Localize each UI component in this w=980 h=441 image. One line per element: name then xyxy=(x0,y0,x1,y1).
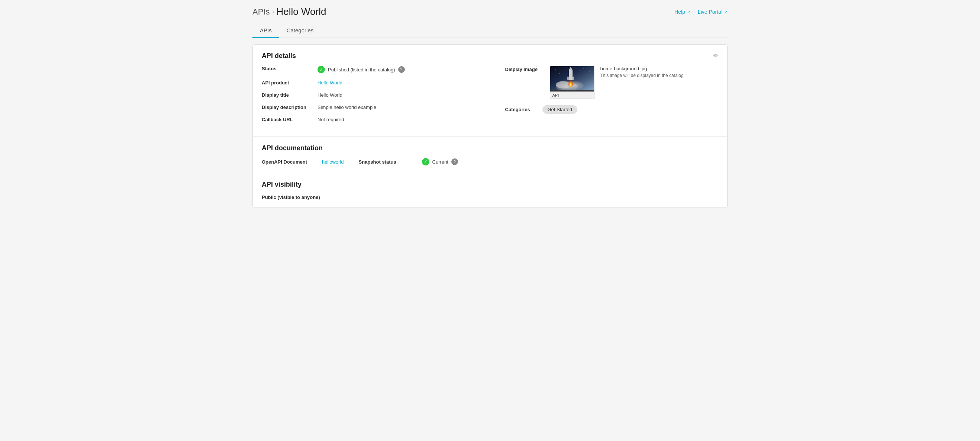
page-header: APIs › Hello World Help ↗ Live Portal ↗ xyxy=(253,6,727,18)
display-title-row: Display title Hello World xyxy=(262,92,475,98)
display-image-row: Display image xyxy=(505,66,719,99)
api-product-row: API product Hello World xyxy=(262,80,475,86)
breadcrumb-title: Hello World xyxy=(276,6,326,18)
snapshot-check-icon: ✓ xyxy=(422,158,430,166)
callback-url-value: Not required xyxy=(318,117,344,123)
status-value-row: ✓ Published (listed in the catalog) ? xyxy=(318,66,405,73)
callback-url-label: Callback URL xyxy=(262,117,318,123)
external-link-icon: ↗ xyxy=(687,9,690,14)
visibility-value: Public (visible to anyone) xyxy=(262,194,718,200)
openapi-value[interactable]: helloworld xyxy=(322,159,344,165)
rocket-image-svg xyxy=(550,66,595,90)
display-image-thumbnail: API xyxy=(550,66,595,99)
status-row: Status ✓ Published (listed in the catalo… xyxy=(262,66,475,73)
openapi-label: OpenAPI Document xyxy=(262,159,318,165)
categories-row: Categories Get Started xyxy=(505,105,719,114)
tab-categories[interactable]: Categories xyxy=(279,24,321,38)
callback-url-row: Callback URL Not required xyxy=(262,117,475,123)
header-links: Help ↗ Live Portal ↗ xyxy=(675,9,727,15)
image-section: API home-background.jpg This image will … xyxy=(550,66,684,99)
image-label-line xyxy=(552,99,592,99)
svg-point-9 xyxy=(555,69,556,70)
image-api-label: API xyxy=(552,93,559,97)
details-grid: Status ✓ Published (listed in the catalo… xyxy=(262,66,718,129)
status-value: Published (listed in the catalog) xyxy=(328,67,395,73)
display-title-value: Hello World xyxy=(318,92,342,98)
api-visibility-section: API visibility Public (visible to anyone… xyxy=(253,173,727,207)
doc-grid: OpenAPI Document helloworld Snapshot sta… xyxy=(262,158,718,166)
image-label-bar: API xyxy=(550,91,594,99)
details-left: Status ✓ Published (listed in the catalo… xyxy=(262,66,475,129)
breadcrumb: APIs › Hello World xyxy=(253,6,326,18)
api-visibility-title: API visibility xyxy=(262,181,718,188)
api-details-section: API details ✏ Status ✓ Published (listed… xyxy=(253,45,727,137)
breadcrumb-separator: › xyxy=(272,8,274,16)
snapshot-row: Snapshot status ✓ Current ? xyxy=(359,158,458,166)
display-title-label: Display title xyxy=(262,92,318,98)
snapshot-help-icon[interactable]: ? xyxy=(451,158,458,165)
api-product-value[interactable]: Hello World xyxy=(318,80,342,86)
image-filename: home-background.jpg xyxy=(600,66,684,72)
status-help-icon[interactable]: ? xyxy=(398,66,405,73)
snapshot-value: Current xyxy=(433,159,449,165)
status-label: Status xyxy=(262,66,318,72)
svg-point-12 xyxy=(559,73,560,74)
help-link[interactable]: Help ↗ xyxy=(675,9,690,15)
tab-apis[interactable]: APIs xyxy=(253,24,279,38)
svg-point-10 xyxy=(583,68,584,68)
details-right: Display image xyxy=(490,66,719,129)
image-description: This image will be displayed in the cata… xyxy=(600,73,684,78)
snapshot-label: Snapshot status xyxy=(359,159,415,165)
edit-icon[interactable]: ✏ xyxy=(713,52,718,59)
svg-point-11 xyxy=(589,72,590,72)
image-info: home-background.jpg This image will be d… xyxy=(600,66,684,78)
published-check-icon: ✓ xyxy=(318,66,325,73)
svg-rect-8 xyxy=(573,76,574,80)
svg-rect-7 xyxy=(567,76,569,80)
category-badge[interactable]: Get Started xyxy=(542,105,578,114)
live-portal-label: Live Portal xyxy=(698,9,722,15)
breadcrumb-apis[interactable]: APIs xyxy=(253,7,269,17)
display-description-label: Display description xyxy=(262,105,318,110)
api-product-label: API product xyxy=(262,80,318,86)
svg-rect-5 xyxy=(569,70,573,80)
main-card: API details ✏ Status ✓ Published (listed… xyxy=(253,44,727,208)
categories-label: Categories xyxy=(505,107,539,112)
svg-point-13 xyxy=(580,70,580,71)
api-documentation-title: API documentation xyxy=(262,144,718,152)
tabs-bar: APIs Categories xyxy=(253,24,727,38)
api-documentation-section: API documentation OpenAPI Document hello… xyxy=(253,137,727,173)
help-label: Help xyxy=(675,9,685,15)
external-link-icon-2: ↗ xyxy=(724,9,727,14)
display-description-row: Display description Simple hello world e… xyxy=(262,105,475,110)
live-portal-link[interactable]: Live Portal ↗ xyxy=(698,9,727,15)
display-image-label: Display image xyxy=(505,66,550,72)
api-details-title: API details xyxy=(262,52,296,60)
openapi-row: OpenAPI Document helloworld xyxy=(262,159,344,165)
display-description-value: Simple hello world example xyxy=(318,105,376,110)
